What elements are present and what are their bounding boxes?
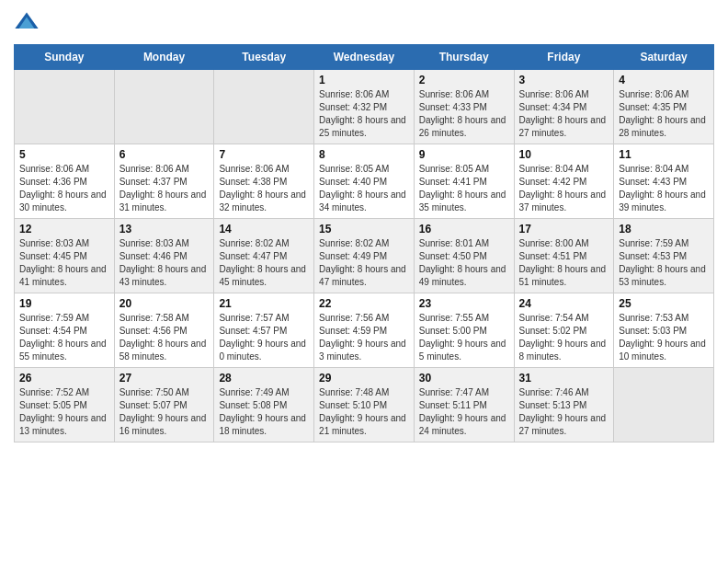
weekday-header-thursday: Thursday xyxy=(414,45,514,70)
day-number: 15 xyxy=(319,223,409,236)
day-info: Sunrise: 7:48 AM Sunset: 5:10 PM Dayligh… xyxy=(319,386,409,438)
calendar-week-row: 5Sunrise: 8:06 AM Sunset: 4:36 PM Daylig… xyxy=(15,144,714,219)
weekday-header-sunday: Sunday xyxy=(15,45,115,70)
day-info: Sunrise: 7:53 AM Sunset: 5:03 PM Dayligh… xyxy=(619,312,709,363)
day-number: 4 xyxy=(619,74,709,86)
day-info: Sunrise: 8:06 AM Sunset: 4:37 PM Dayligh… xyxy=(119,163,210,214)
day-number: 22 xyxy=(319,297,409,310)
day-number: 31 xyxy=(519,372,609,385)
day-number: 7 xyxy=(219,148,309,161)
calendar-cell: 30Sunrise: 7:47 AM Sunset: 5:11 PM Dayli… xyxy=(414,368,514,442)
day-info: Sunrise: 8:04 AM Sunset: 4:42 PM Dayligh… xyxy=(519,163,609,214)
calendar-cell: 3Sunrise: 8:06 AM Sunset: 4:34 PM Daylig… xyxy=(514,70,614,144)
calendar-cell: 29Sunrise: 7:48 AM Sunset: 5:10 PM Dayli… xyxy=(314,368,415,442)
day-number: 9 xyxy=(419,148,509,161)
day-number: 13 xyxy=(119,223,210,236)
day-info: Sunrise: 8:02 AM Sunset: 4:49 PM Dayligh… xyxy=(319,237,409,289)
weekday-header-friday: Friday xyxy=(514,45,614,70)
day-info: Sunrise: 7:56 AM Sunset: 4:59 PM Dayligh… xyxy=(319,312,409,363)
calendar-cell: 19Sunrise: 7:59 AM Sunset: 4:54 PM Dayli… xyxy=(15,293,115,368)
day-number: 1 xyxy=(319,74,409,86)
day-info: Sunrise: 8:01 AM Sunset: 4:50 PM Dayligh… xyxy=(419,237,509,289)
day-info: Sunrise: 7:47 AM Sunset: 5:11 PM Dayligh… xyxy=(419,386,509,438)
day-number: 30 xyxy=(419,372,509,385)
calendar-cell: 26Sunrise: 7:52 AM Sunset: 5:05 PM Dayli… xyxy=(15,368,115,442)
day-number: 20 xyxy=(119,297,210,310)
day-number: 10 xyxy=(519,148,609,161)
logo-icon xyxy=(14,9,40,35)
calendar-cell: 17Sunrise: 8:00 AM Sunset: 4:51 PM Dayli… xyxy=(514,219,614,293)
day-info: Sunrise: 7:50 AM Sunset: 5:07 PM Dayligh… xyxy=(119,386,210,438)
day-info: Sunrise: 8:06 AM Sunset: 4:35 PM Dayligh… xyxy=(619,88,709,140)
day-info: Sunrise: 8:06 AM Sunset: 4:34 PM Dayligh… xyxy=(519,88,609,140)
weekday-header-tuesday: Tuesday xyxy=(214,45,314,70)
header xyxy=(14,9,714,35)
day-info: Sunrise: 7:57 AM Sunset: 4:57 PM Dayligh… xyxy=(219,312,309,363)
day-number: 17 xyxy=(519,223,609,236)
weekday-header-saturday: Saturday xyxy=(614,45,714,70)
day-info: Sunrise: 8:06 AM Sunset: 4:36 PM Dayligh… xyxy=(19,163,109,214)
weekday-header-wednesday: Wednesday xyxy=(314,45,415,70)
day-number: 12 xyxy=(19,223,109,236)
day-number: 5 xyxy=(19,148,109,161)
calendar-cell: 22Sunrise: 7:56 AM Sunset: 4:59 PM Dayli… xyxy=(314,293,415,368)
day-number: 28 xyxy=(219,372,309,385)
page: SundayMondayTuesdayWednesdayThursdayFrid… xyxy=(0,0,728,563)
calendar-cell: 2Sunrise: 8:06 AM Sunset: 4:33 PM Daylig… xyxy=(414,70,514,144)
day-info: Sunrise: 7:46 AM Sunset: 5:13 PM Dayligh… xyxy=(519,386,609,438)
day-number: 3 xyxy=(519,74,609,86)
weekday-header-row: SundayMondayTuesdayWednesdayThursdayFrid… xyxy=(15,45,714,70)
calendar-table: SundayMondayTuesdayWednesdayThursdayFrid… xyxy=(14,44,714,442)
day-number: 2 xyxy=(419,74,509,86)
day-number: 23 xyxy=(419,297,509,310)
day-number: 24 xyxy=(519,297,609,310)
calendar-week-row: 26Sunrise: 7:52 AM Sunset: 5:05 PM Dayli… xyxy=(15,368,714,442)
calendar-cell: 11Sunrise: 8:04 AM Sunset: 4:43 PM Dayli… xyxy=(614,144,714,219)
calendar-cell: 23Sunrise: 7:55 AM Sunset: 5:00 PM Dayli… xyxy=(414,293,514,368)
day-info: Sunrise: 7:58 AM Sunset: 4:56 PM Dayligh… xyxy=(119,312,210,363)
day-number: 16 xyxy=(419,223,509,236)
calendar-cell: 7Sunrise: 8:06 AM Sunset: 4:38 PM Daylig… xyxy=(214,144,314,219)
day-info: Sunrise: 8:02 AM Sunset: 4:47 PM Dayligh… xyxy=(219,237,309,289)
calendar-cell xyxy=(15,70,115,144)
logo xyxy=(14,9,42,35)
calendar-cell: 28Sunrise: 7:49 AM Sunset: 5:08 PM Dayli… xyxy=(214,368,314,442)
day-number: 29 xyxy=(319,372,409,385)
day-info: Sunrise: 8:00 AM Sunset: 4:51 PM Dayligh… xyxy=(519,237,609,289)
day-number: 26 xyxy=(19,372,109,385)
calendar-week-row: 1Sunrise: 8:06 AM Sunset: 4:32 PM Daylig… xyxy=(15,70,714,144)
calendar-cell: 24Sunrise: 7:54 AM Sunset: 5:02 PM Dayli… xyxy=(514,293,614,368)
day-number: 18 xyxy=(619,223,709,236)
calendar-cell: 8Sunrise: 8:05 AM Sunset: 4:40 PM Daylig… xyxy=(314,144,415,219)
calendar-cell: 20Sunrise: 7:58 AM Sunset: 4:56 PM Dayli… xyxy=(114,293,214,368)
day-info: Sunrise: 8:06 AM Sunset: 4:38 PM Dayligh… xyxy=(219,163,309,214)
day-info: Sunrise: 7:59 AM Sunset: 4:54 PM Dayligh… xyxy=(19,312,109,363)
day-info: Sunrise: 7:54 AM Sunset: 5:02 PM Dayligh… xyxy=(519,312,609,363)
day-number: 8 xyxy=(319,148,409,161)
calendar-cell: 4Sunrise: 8:06 AM Sunset: 4:35 PM Daylig… xyxy=(614,70,714,144)
day-number: 21 xyxy=(219,297,309,310)
calendar-cell: 15Sunrise: 8:02 AM Sunset: 4:49 PM Dayli… xyxy=(314,219,415,293)
day-number: 19 xyxy=(19,297,109,310)
calendar-cell xyxy=(614,368,714,442)
day-number: 25 xyxy=(619,297,709,310)
calendar-cell: 31Sunrise: 7:46 AM Sunset: 5:13 PM Dayli… xyxy=(514,368,614,442)
day-info: Sunrise: 7:59 AM Sunset: 4:53 PM Dayligh… xyxy=(619,237,709,289)
calendar-cell: 14Sunrise: 8:02 AM Sunset: 4:47 PM Dayli… xyxy=(214,219,314,293)
calendar-cell xyxy=(114,70,214,144)
day-number: 11 xyxy=(619,148,709,161)
day-info: Sunrise: 7:55 AM Sunset: 5:00 PM Dayligh… xyxy=(419,312,509,363)
day-info: Sunrise: 7:52 AM Sunset: 5:05 PM Dayligh… xyxy=(19,386,109,438)
calendar-week-row: 19Sunrise: 7:59 AM Sunset: 4:54 PM Dayli… xyxy=(15,293,714,368)
calendar-cell: 6Sunrise: 8:06 AM Sunset: 4:37 PM Daylig… xyxy=(114,144,214,219)
calendar-cell: 27Sunrise: 7:50 AM Sunset: 5:07 PM Dayli… xyxy=(114,368,214,442)
day-info: Sunrise: 8:05 AM Sunset: 4:41 PM Dayligh… xyxy=(419,163,509,214)
calendar-cell: 10Sunrise: 8:04 AM Sunset: 4:42 PM Dayli… xyxy=(514,144,614,219)
day-info: Sunrise: 8:04 AM Sunset: 4:43 PM Dayligh… xyxy=(619,163,709,214)
calendar-cell: 21Sunrise: 7:57 AM Sunset: 4:57 PM Dayli… xyxy=(214,293,314,368)
calendar-cell: 13Sunrise: 8:03 AM Sunset: 4:46 PM Dayli… xyxy=(114,219,214,293)
calendar-cell: 12Sunrise: 8:03 AM Sunset: 4:45 PM Dayli… xyxy=(15,219,115,293)
day-info: Sunrise: 8:05 AM Sunset: 4:40 PM Dayligh… xyxy=(319,163,409,214)
calendar-cell: 5Sunrise: 8:06 AM Sunset: 4:36 PM Daylig… xyxy=(15,144,115,219)
day-number: 6 xyxy=(119,148,210,161)
